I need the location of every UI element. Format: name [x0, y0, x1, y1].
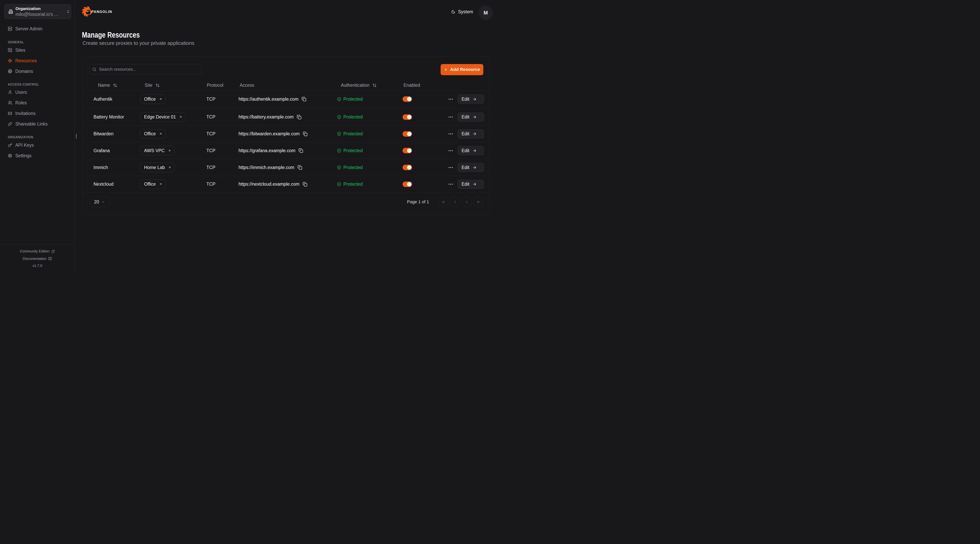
sidebar-item-roles[interactable]: Roles [0, 98, 75, 107]
sidebar-item-sites[interactable]: Sites [0, 46, 75, 54]
edit-cell: Edit [458, 176, 484, 193]
ellipsis-icon [448, 148, 453, 153]
copy-url-button[interactable] [302, 182, 307, 187]
toggle-knob [407, 182, 411, 186]
copy-url-button[interactable] [298, 165, 302, 170]
site-link-badge[interactable]: Edge Device 01 [140, 113, 185, 122]
edit-button[interactable]: Edit [458, 180, 484, 189]
enabled-toggle[interactable] [402, 131, 412, 137]
arrow-right-icon [473, 182, 477, 186]
arrow-right-icon [473, 115, 477, 119]
copy-icon [299, 148, 303, 153]
sidebar-section-organization: ORGANIZATION [8, 135, 33, 139]
site-link-badge[interactable]: Office [140, 179, 165, 189]
org-switcher[interactable]: Organization milo@fossorial.io's ... [4, 4, 71, 19]
site-link-badge[interactable]: AWS VPC [140, 146, 174, 155]
site-cell: Office [140, 176, 165, 193]
toggle-knob [407, 165, 411, 170]
access-cell: https://grafana.example.com [239, 142, 303, 159]
row-menu-button[interactable] [446, 159, 455, 176]
user-avatar[interactable]: M [479, 6, 493, 20]
enabled-toggle[interactable] [402, 165, 412, 170]
next-page-button[interactable] [462, 197, 471, 207]
row-menu-button[interactable] [446, 125, 455, 142]
site-link-badge[interactable]: Home Lab [140, 163, 175, 172]
add-resource-label: Add Resource [450, 67, 480, 72]
copy-url-button[interactable] [299, 148, 303, 153]
row-menu-button[interactable] [446, 91, 455, 108]
edit-button[interactable]: Edit [458, 146, 484, 155]
page-indicator: Page 1 of 1 [407, 197, 429, 207]
page-title: Manage Resources [82, 30, 140, 40]
sidebar-item-label: API Keys [15, 143, 34, 148]
enabled-cell [402, 109, 412, 125]
sidebar-item-domains[interactable]: Domains [0, 67, 75, 76]
row-menu-button[interactable] [446, 109, 455, 125]
sidebar-section-access-control: ACCESS CONTROL [8, 83, 39, 86]
access-url: https://nextcloud.example.com [239, 182, 299, 187]
ellipsis-icon [448, 182, 453, 187]
page-size-select[interactable]: 20 [90, 197, 110, 207]
protocol-value: TCP [207, 142, 215, 159]
table-row: Nextcloud Office TCP https://nextcloud.e… [83, 176, 489, 193]
site-link-badge[interactable]: Office [140, 129, 165, 139]
site-name: Office [144, 182, 156, 187]
sidebar-item-api-keys[interactable]: API Keys [0, 141, 75, 149]
link-icon [8, 122, 12, 126]
sidebar-item-invitations[interactable]: Invitations [0, 109, 75, 118]
copy-icon [302, 97, 306, 102]
sidebar-item-label: Shareable Links [15, 121, 48, 127]
edit-cell: Edit [458, 125, 484, 142]
sidebar-resize-handle[interactable] [76, 134, 76, 139]
column-header-site[interactable]: Site [145, 81, 160, 90]
row-menu-button[interactable] [446, 142, 455, 159]
pangolin-logo [82, 6, 92, 16]
copy-url-button[interactable] [303, 132, 307, 136]
search-input[interactable] [99, 67, 193, 72]
auth-status: Protected [344, 148, 363, 153]
edit-button[interactable]: Edit [458, 95, 484, 103]
edit-button[interactable]: Edit [458, 113, 484, 122]
enabled-toggle[interactable] [402, 148, 412, 153]
column-header-enabled: Enabled [404, 81, 420, 90]
last-page-button[interactable] [474, 197, 483, 207]
edit-button[interactable]: Edit [458, 129, 484, 138]
site-name: Edge Device 01 [144, 114, 176, 120]
auth-status: Protected [344, 114, 363, 120]
access-url: https://grafana.example.com [239, 148, 295, 153]
sidebar-item-server-admin[interactable]: Server Admin [0, 24, 75, 33]
auth-status: Protected [344, 182, 363, 187]
arrow-right-icon [473, 97, 477, 101]
add-resource-button[interactable]: Add Resource [441, 64, 483, 75]
enabled-toggle[interactable] [402, 96, 412, 102]
sort-icon [156, 83, 160, 87]
edit-cell: Edit [458, 91, 484, 108]
sidebar-item-shareable-links[interactable]: Shareable Links [0, 120, 75, 128]
column-header-name[interactable]: Name [98, 81, 117, 90]
copy-icon [297, 115, 301, 119]
copy-url-button[interactable] [297, 115, 301, 119]
table-row: Battery Monitor Edge Device 01 TCP https… [83, 109, 489, 125]
community-edition-link[interactable]: Community Edition [0, 249, 75, 254]
auth-status: Protected [344, 97, 363, 102]
site-link-badge[interactable]: Office [140, 94, 165, 104]
sidebar-item-settings[interactable]: Settings [0, 151, 75, 160]
column-header-authentication[interactable]: Authentication [341, 81, 377, 90]
enabled-toggle[interactable] [402, 182, 412, 187]
sidebar-item-users[interactable]: Users [0, 88, 75, 97]
first-page-button[interactable] [439, 197, 448, 207]
sidebar-item-resources[interactable]: Resources [0, 56, 75, 65]
edit-button[interactable]: Edit [458, 163, 484, 172]
waypoints-icon [8, 59, 12, 63]
edit-label: Edit [461, 97, 469, 102]
copy-url-button[interactable] [302, 97, 306, 102]
documentation-link[interactable]: Documentation [0, 257, 75, 261]
enabled-toggle[interactable] [402, 114, 412, 120]
site-cell: Office [140, 91, 165, 108]
previous-page-button[interactable] [450, 197, 460, 207]
site-name: Office [144, 97, 156, 102]
row-menu-button[interactable] [446, 176, 455, 193]
table-row: Authentik Office TCP https://authentik.e… [83, 91, 489, 109]
theme-toggle[interactable]: System [451, 8, 473, 16]
arrow-up-right-icon [168, 149, 171, 152]
